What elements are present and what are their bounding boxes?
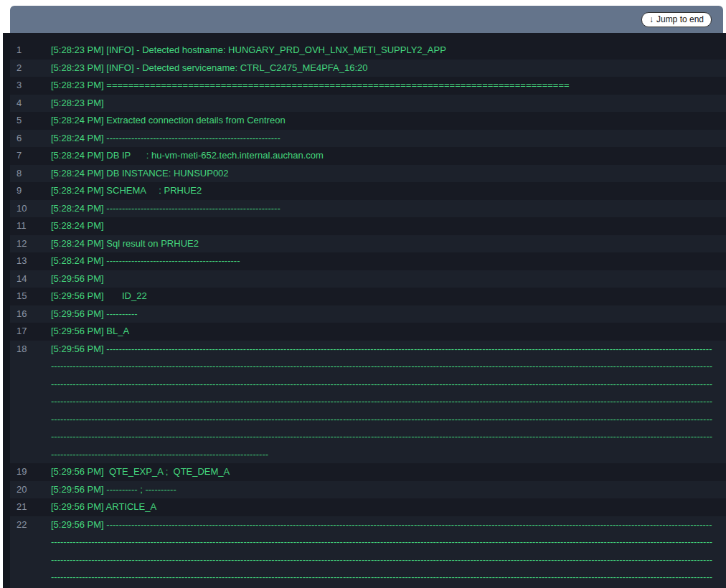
line-number: 10 <box>10 200 39 218</box>
log-line: 10 [5:28:24 PM] ------------------------… <box>10 200 726 218</box>
line-number: 22 <box>10 516 39 534</box>
line-number: 2 <box>10 60 39 77</box>
line-number: 16 <box>10 305 39 323</box>
line-number: 4 <box>10 95 39 113</box>
log-line-text: [5:29:56 PM] ---------------------------… <box>39 341 726 464</box>
line-number: 13 <box>10 252 39 270</box>
line-number: 9 <box>10 182 39 200</box>
jump-to-end-label: Jump to end <box>656 13 704 26</box>
log-line: 6 [5:28:24 PM] -------------------------… <box>10 130 726 148</box>
log-line-text: [5:28:24 PM] <box>39 217 726 235</box>
line-number: 20 <box>10 481 39 499</box>
log-line: 4 [5:28:23 PM] <box>10 95 726 113</box>
log-line-text: [5:29:56 PM] ---------- ; ---------- <box>39 481 726 499</box>
line-number: 11 <box>10 217 39 235</box>
log-line: 7 [5:28:24 PM] DB IP : hu-vm-meti-652.te… <box>10 147 726 165</box>
log-line: 15 [5:29:56 PM] ID_22 <box>10 288 726 305</box>
line-number: 19 <box>10 463 39 481</box>
line-number: 18 <box>10 341 39 359</box>
log-line: 18 [5:29:56 PM] ------------------------… <box>10 341 726 464</box>
log-line: 8 [5:28:24 PM] DB INSTANCE: HUNSUP002 <box>10 165 726 183</box>
line-number: 17 <box>10 323 39 341</box>
log-line-text: [5:28:24 PM] ---------------------------… <box>39 130 726 148</box>
line-number: 7 <box>10 147 39 165</box>
log-line: 22 [5:29:56 PM] ------------------------… <box>10 516 726 588</box>
log-line: 1 [5:28:23 PM] [INFO] - Detected hostnam… <box>10 42 726 60</box>
log-line-text: [5:29:56 PM] <box>39 270 726 288</box>
log-line: 11 [5:28:24 PM] <box>10 217 726 235</box>
log-line: 19 [5:29:56 PM] QTE_EXP_A ; QTE_DEM_A <box>10 463 726 481</box>
log-line-text: [5:29:56 PM] QTE_EXP_A ; QTE_DEM_A <box>39 463 726 481</box>
log-output-area[interactable]: 1 [5:28:23 PM] [INFO] - Detected hostnam… <box>3 33 726 588</box>
log-line-text: [5:28:24 PM] ---------------------------… <box>39 200 726 218</box>
log-line-text: [5:28:24 PM] ---------------------------… <box>39 252 726 270</box>
log-viewer-page: ↓ Jump to end 1 [5:28:23 PM] [INFO] - De… <box>0 0 726 588</box>
jump-to-end-button[interactable]: ↓ Jump to end <box>641 12 712 27</box>
log-line: 12 [5:28:24 PM] Sql result on PRHUE2 <box>10 235 726 253</box>
line-number: 8 <box>10 165 39 183</box>
log-line: 17 [5:29:56 PM] BL_A <box>10 323 726 341</box>
log-line-text: [5:28:24 PM] SCHEMA : PRHUE2 <box>39 182 726 200</box>
log-line-text: [5:28:23 PM] <box>39 95 726 113</box>
log-line-text: [5:29:56 PM] ---------- <box>39 305 726 323</box>
log-line: 5 [5:28:24 PM] Extracted connection deta… <box>10 112 726 130</box>
log-line-text: [5:29:56 PM] ID_22 <box>39 288 726 305</box>
log-line-text: [5:28:23 PM] [INFO] - Detected hostname:… <box>39 42 726 60</box>
log-line: 13 [5:28:24 PM] ------------------------… <box>10 252 726 270</box>
line-number: 12 <box>10 235 39 253</box>
log-toolbar: ↓ Jump to end <box>10 6 723 33</box>
line-number: 15 <box>10 288 39 305</box>
log-line: 16 [5:29:56 PM] ---------- <box>10 305 726 323</box>
log-line-text: [5:29:56 PM] ---------------------------… <box>39 516 726 588</box>
line-number: 6 <box>10 130 39 148</box>
log-line-text: [5:29:56 PM] ARTICLE_A <box>39 498 726 516</box>
log-line-text: [5:28:24 PM] DB IP : hu-vm-meti-652.tech… <box>39 147 726 165</box>
log-line: 21 [5:29:56 PM] ARTICLE_A <box>10 498 726 516</box>
log-line-text: [5:28:24 PM] Sql result on PRHUE2 <box>39 235 726 253</box>
log-line: 2 [5:28:23 PM] [INFO] - Detected service… <box>10 60 726 77</box>
log-line-text: [5:28:24 PM] DB INSTANCE: HUNSUP002 <box>39 165 726 183</box>
line-number: 14 <box>10 270 39 288</box>
log-line-text: [5:28:23 PM] [INFO] - Detected servicena… <box>39 60 726 77</box>
log-line: 20 [5:29:56 PM] ---------- ; ---------- <box>10 481 726 499</box>
log-line: 14 [5:29:56 PM] <box>10 270 726 288</box>
log-line: 3 [5:28:23 PM] =========================… <box>10 77 726 95</box>
log-line-text: [5:28:24 PM] Extracted connection detail… <box>39 112 726 130</box>
line-number: 5 <box>10 112 39 130</box>
line-number: 21 <box>10 498 39 516</box>
log-line-text: [5:29:56 PM] BL_A <box>39 323 726 341</box>
line-number: 1 <box>10 42 39 60</box>
log-line: 9 [5:28:24 PM] SCHEMA : PRHUE2 <box>10 182 726 200</box>
arrow-down-icon: ↓ <box>649 13 654 26</box>
line-number: 3 <box>10 77 39 95</box>
log-line-text: [5:28:23 PM] ===========================… <box>39 77 726 95</box>
